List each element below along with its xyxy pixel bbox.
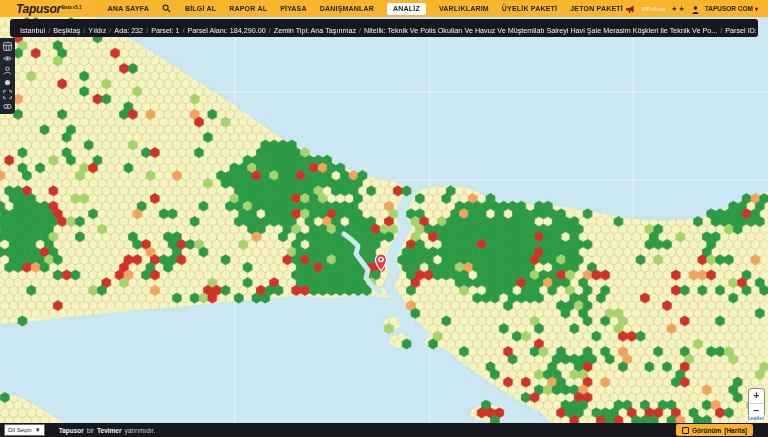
credit-suffix: yatırımıdır.	[125, 427, 156, 434]
view-mode-label: Görünüm	[692, 427, 721, 434]
vip-area-label: VIP Area	[641, 6, 665, 12]
map-container	[0, 17, 768, 423]
map-toolbar	[0, 38, 15, 114]
nav-item-piyasa[interactable]: PİYASA	[280, 5, 307, 12]
nav-item-varliklarim[interactable]: VARLIKLARIM	[439, 5, 489, 12]
language-select[interactable]: Dil Seçin ▼	[4, 424, 45, 436]
nav-item-analiz-active[interactable]: ANALİZ	[387, 3, 426, 15]
nav-item-rapor-al[interactable]: RAPOR AL	[229, 5, 267, 12]
view-mode-value: [Harita]	[724, 427, 747, 434]
zoom-in-button[interactable]: +	[749, 389, 764, 403]
leaflet-attribution[interactable]: Leaflet	[745, 415, 766, 421]
app-logo[interactable]: TapusorBeta v5.1	[16, 0, 82, 18]
eye-icon[interactable]	[2, 54, 13, 63]
account-name: TAPUSOR COM	[705, 5, 753, 12]
nav-item-uyelik-paketi[interactable]: ÜYELİK PAKETİ	[502, 5, 557, 12]
dot-marker-icon[interactable]	[2, 78, 13, 87]
hex-heatmap-canvas[interactable]	[0, 17, 768, 423]
credit-brand: Tapusor	[59, 427, 84, 434]
credit-middle: bir	[87, 427, 94, 434]
nav-item-bilgi-al[interactable]: BİLGİ AL	[185, 5, 216, 12]
link-icon[interactable]	[2, 102, 13, 111]
app-window: TapusorBeta v5.1 ANA SAYFA BİLGİ AL RAPO…	[0, 0, 768, 437]
language-select-label: Dil Seçin	[8, 427, 32, 433]
nav-item-ana-sayfa[interactable]: ANA SAYFA	[108, 5, 149, 12]
account-menu[interactable]: TAPUSOR COM ▾	[705, 5, 758, 12]
megaphone-icon[interactable]	[625, 0, 635, 18]
nav-item-danismanlar[interactable]: DANIŞMANLAR	[320, 5, 374, 12]
top-navigation-bar: TapusorBeta v5.1 ANA SAYFA BİLGİ AL RAPO…	[0, 0, 768, 17]
rating-stars: ★★	[671, 5, 686, 13]
footer-credit: Tapusor bir Tevimer yatırımıdır.	[59, 427, 156, 434]
view-mode-button[interactable]: Görünüm [Harita]	[676, 424, 753, 436]
user-icon	[692, 0, 699, 18]
parcel-info-bar: Istanbul/Beşiktaş/Yıldız/Ada: 232/Parsel…	[10, 19, 758, 37]
fullscreen-icon[interactable]	[2, 90, 13, 99]
search-icon[interactable]	[162, 4, 172, 14]
logo-version-tag: Beta v5.1	[62, 5, 82, 10]
breadcrumb: Istanbul/Beşiktaş/Yıldız/Ada: 232/Parsel…	[20, 19, 758, 37]
credit-investor: Tevimer	[97, 427, 121, 434]
logo-text: Tapusor	[16, 2, 61, 16]
map-marker[interactable]	[373, 252, 389, 276]
checkbox-icon	[682, 427, 689, 434]
topbar-user-area: VIP Area ★★ TAPUSOR COM ▾	[625, 0, 758, 18]
main-nav: ANA SAYFA BİLGİ AL RAPOR AL PİYASA DANIŞ…	[108, 3, 623, 15]
footer-bar: Dil Seçin ▼ Tapusor bir Tevimer yatırımı…	[0, 423, 768, 437]
chevron-down-icon: ▾	[755, 5, 758, 12]
nav-item-jeton-paketi[interactable]: JETON PAKETİ	[570, 5, 623, 12]
user-pin-icon[interactable]	[2, 66, 13, 75]
layers-grid-icon[interactable]	[2, 42, 13, 51]
select-caret-icon: ▼	[35, 427, 41, 433]
